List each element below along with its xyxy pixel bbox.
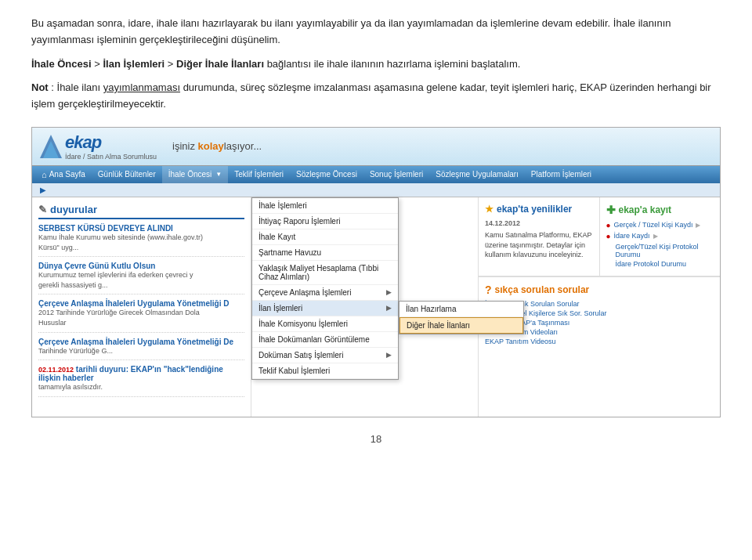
menu-item-ilan-islemleri[interactable]: İlan İşlemleri ▶ bbox=[252, 301, 398, 316]
nav-sozlesme-oncesi[interactable]: Sözleşme Öncesi bbox=[290, 166, 363, 183]
ekap-nav[interactable]: ⌂ Ana Sayfa Günlük Bültenler İhale Önces… bbox=[32, 166, 720, 183]
kayit-subitem-protokol-gercek[interactable]: Gerçek/Tüzel Kişi Protokol Durumu bbox=[606, 243, 714, 258]
menu-item-ihtiyac[interactable]: İhtiyaç Raporu İşlemleri bbox=[252, 214, 398, 229]
nav-teklif[interactable]: Teklif İşlemleri bbox=[228, 166, 290, 183]
kayit-item-idare[interactable]: ● İdare Kaydı ▶ bbox=[606, 232, 714, 240]
chevron-down-icon: ▼ bbox=[215, 171, 222, 178]
yenilik-text: Kamu Satınalma Platformu, EKAP üzerine t… bbox=[485, 230, 593, 260]
menu-item-cerceve[interactable]: Çerçeve Anlaşma İşlemleri ▶ bbox=[252, 285, 398, 301]
plus-icon: ✚ bbox=[606, 204, 616, 216]
question-icon: ? bbox=[485, 284, 492, 296]
nav-sonuc[interactable]: Sonuç İşlemleri bbox=[363, 166, 429, 183]
breadcrumb-arrow-icon: ▶ bbox=[40, 186, 46, 194]
submenu-arrow-icon: ▶ bbox=[386, 304, 392, 312]
submenu-item-ilan-hazirlama[interactable]: İlan Hazırlama bbox=[400, 302, 523, 317]
ilan-islemleri-submenu[interactable]: İlan Hazırlama Diğer İhale İlanları bbox=[399, 301, 524, 334]
note-paragraph: Not : İhale ilanı yayımlanmaması durumun… bbox=[31, 80, 721, 113]
nav-sozlesme-uyg[interactable]: Sözleşme Uygulamaları bbox=[429, 166, 525, 183]
sorular-title: ? sıkça sorulan sorular bbox=[485, 284, 714, 296]
nav-home[interactable]: ⌂ Ana Sayfa bbox=[35, 166, 92, 183]
menu-item-ihale-kayit[interactable]: İhale Kayıt bbox=[252, 229, 398, 245]
ekap-logo: ekap İdare / Satın Alma Sorumlusu bbox=[40, 132, 157, 161]
duyuru-item: Dünya Çevre Günü Kutlu Olsun Kurumumuz t… bbox=[38, 262, 244, 294]
paragraph-2: İhale Öncesi > İlan İşlemleri > Diğer İh… bbox=[31, 56, 721, 73]
submenu-item-diger-ihale[interactable]: Diğer İhale İlanları bbox=[400, 317, 523, 334]
nav-daily[interactable]: Günlük Bültenler bbox=[92, 166, 162, 183]
ekap-logo-sub: İdare / Satın Alma Sorumlusu bbox=[65, 153, 157, 161]
ekap-right-top: ★ ekap'ta yenilikler 14.12.2012 Kamu Sat… bbox=[479, 197, 720, 276]
ekap-tagline: işiniz kolaylaşıyor... bbox=[172, 140, 262, 152]
menu-item-komisyon[interactable]: İhale Komisyonu İşlemleri bbox=[252, 316, 398, 332]
chevron-right-icon: ▶ bbox=[696, 222, 700, 229]
yenilikler-panel: ★ ekap'ta yenilikler 14.12.2012 Kamu Sat… bbox=[479, 197, 600, 276]
ekap-logo-text: ekap bbox=[65, 132, 157, 153]
duyuru-item: SERBEST KÜRSÜ DEVREYE ALINDI Kamu İhale … bbox=[38, 224, 244, 257]
duyurular-title: ✎ duyurular bbox=[38, 204, 244, 219]
bullet-icon: ● bbox=[606, 232, 611, 240]
ekap-header: ekap İdare / Satın Alma Sorumlusu işiniz… bbox=[32, 128, 720, 166]
pencil-icon: ✎ bbox=[38, 204, 47, 215]
star-icon: ★ bbox=[485, 204, 494, 215]
duyuru-item: Çerçeve Anlaşma İhaleleri Uygulama Yönet… bbox=[38, 299, 244, 332]
ihale-oncesi-dropdown[interactable]: İhale İşlemleri İhtiyaç Raporu İşlemleri… bbox=[251, 197, 399, 380]
sorular-item-tanitim[interactable]: EKAP Tanıtım Videosu bbox=[485, 338, 714, 345]
ekap-main-content: ✎ duyurular SERBEST KÜRSÜ DEVREYE ALINDI… bbox=[32, 197, 720, 417]
breadcrumb: ▶ bbox=[32, 183, 720, 197]
menu-item-ihale-islemleri[interactable]: İhale İşlemleri bbox=[252, 198, 398, 214]
dropdown-menu-area[interactable]: İhale İşlemleri İhtiyaç Raporu İşlemleri… bbox=[251, 197, 479, 417]
chevron-right-icon: ▶ bbox=[653, 233, 658, 240]
submenu-arrow-icon: ▶ bbox=[386, 351, 392, 359]
menu-item-yaklasik[interactable]: Yaklaşık Maliyet Hesaplama (TıbbiCihaz A… bbox=[252, 261, 398, 285]
yenilikler-title: ★ ekap'ta yenilikler bbox=[485, 204, 593, 215]
duyurular-panel: ✎ duyurular SERBEST KÜRSÜ DEVREYE ALINDI… bbox=[32, 197, 251, 417]
paragraph-1: Bu aşamadan sonra, idare, ihale ilanı ha… bbox=[31, 16, 721, 49]
home-icon: ⌂ bbox=[42, 170, 47, 179]
duyuru-item: Çerçeve Anlaşma İhaleleri Uygulama Yönet… bbox=[38, 338, 244, 361]
ekap-screenshot: ekap İdare / Satın Alma Sorumlusu işiniz… bbox=[31, 127, 721, 417]
menu-item-dokuman-goruntuleme[interactable]: İhale Dokümanları Görüntüleme bbox=[252, 332, 398, 348]
menu-item-teklif-kabul[interactable]: Teklif Kabul İşlemleri bbox=[252, 363, 398, 379]
nav-platform[interactable]: Platform İşlemleri bbox=[525, 166, 598, 183]
submenu-arrow-icon: ▶ bbox=[386, 288, 392, 296]
kayit-subitem-protokol-idare[interactable]: İdare Protokol Durumu bbox=[606, 260, 714, 268]
kayit-item-gercek[interactable]: ● Gerçek / Tüzel Kişi Kaydı ▶ bbox=[606, 221, 714, 229]
kayit-title: ✚ ekap'a kayıt bbox=[606, 204, 714, 216]
duyuru-item: 02.11.2012 tarihli duyuru: EKAP'ın "hack… bbox=[38, 365, 244, 397]
nav-ihale-oncesi[interactable]: İhale Öncesi ▼ bbox=[162, 166, 229, 183]
kayit-panel: ✚ ekap'a kayıt ● Gerçek / Tüzel Kişi Kay… bbox=[600, 197, 721, 276]
bullet-icon: ● bbox=[606, 221, 611, 229]
page-number: 18 bbox=[31, 433, 721, 445]
menu-item-dokuman-satis[interactable]: Doküman Satış İşlemleri ▶ bbox=[252, 348, 398, 363]
logo-triangle-icon bbox=[40, 135, 62, 158]
menu-area: İhale İşlemleri İhtiyaç Raporu İşlemleri… bbox=[251, 197, 478, 417]
menu-item-sartname[interactable]: Şartname Havuzu bbox=[252, 245, 398, 261]
yenilik-date: 14.12.2012 bbox=[485, 219, 593, 227]
